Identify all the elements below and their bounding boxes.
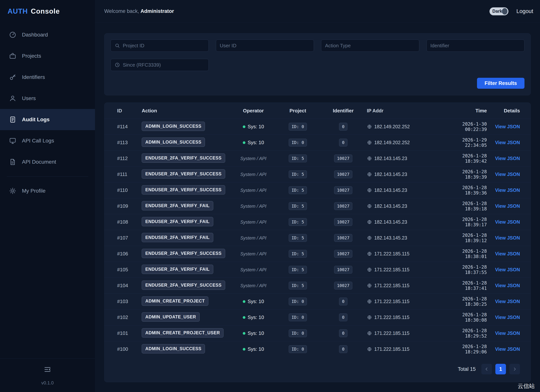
col-header-action: Action — [142, 108, 231, 114]
filter-project-id-input[interactable] — [123, 43, 205, 49]
view-json-link[interactable]: View JSON — [495, 219, 520, 225]
page-content: Filter Results ID Action Operator Projec… — [95, 23, 540, 392]
globe-icon — [367, 315, 372, 320]
view-json-link[interactable]: View JSON — [495, 267, 520, 272]
sidebar-item-api-document[interactable]: API Document — [0, 151, 95, 173]
action-badge: ENDUSER_2FA_VERIFY_SUCCESS — [142, 281, 225, 290]
identifier-cell: 0 — [320, 298, 367, 305]
operator-label: System / API — [240, 251, 266, 257]
globe-icon — [367, 124, 372, 129]
details-cell: View JSON — [487, 235, 520, 241]
action-cell: ENDUSER_2FA_VERIFY_SUCCESS — [142, 249, 231, 259]
project-badge: ID: 5 — [289, 250, 307, 258]
view-json-link[interactable]: View JSON — [495, 283, 520, 288]
filter-results-button[interactable]: Filter Results — [477, 78, 525, 89]
ip-address: 182.143.145.23 — [374, 172, 407, 177]
prev-page-button[interactable] — [481, 364, 492, 374]
time-cell: 2026-1-28 18:37:55 — [443, 264, 487, 275]
view-json-link[interactable]: View JSON — [495, 331, 520, 336]
next-page-button[interactable] — [509, 364, 520, 374]
project-cell: ID: 5 — [276, 282, 320, 289]
action-badge: ADMIN_LOGIN_SUCCESS — [142, 122, 205, 131]
identifier-cell: 10027 — [320, 154, 367, 162]
table-row: #106ENDUSER_2FA_VERIFY_SUCCESSSystem / A… — [105, 246, 530, 262]
identifier-cell: 10027 — [320, 218, 367, 226]
filter-identifier-input[interactable] — [430, 43, 521, 49]
ip-cell: 171.222.185.115 — [367, 267, 443, 273]
logout-button[interactable]: Logout — [516, 8, 533, 14]
view-json-link[interactable]: View JSON — [495, 203, 520, 209]
action-badge: ADMIN_UPDATE_USER — [142, 312, 200, 322]
identifier-badge: 0 — [339, 313, 347, 321]
time-cell: 2026-1-28 18:30:25 — [443, 296, 487, 307]
filter-since-rfc3339-input[interactable] — [123, 62, 205, 68]
identifier-cell: 0 — [320, 329, 367, 337]
identifier-badge: 10027 — [334, 234, 352, 242]
operator-cell: Sys: 10 — [231, 330, 276, 336]
col-header-time: Time — [443, 108, 487, 114]
sidebar-item-identifiers[interactable]: Identifiers — [0, 67, 95, 88]
time-cell: 2026-1-28 18:39:36 — [443, 185, 487, 196]
details-cell: View JSON — [487, 156, 520, 161]
row-id: #108 — [117, 219, 142, 225]
view-json-link[interactable]: View JSON — [495, 251, 520, 256]
action-cell: ENDUSER_2FA_VERIFY_SUCCESS — [142, 185, 231, 195]
details-cell: View JSON — [487, 315, 520, 320]
col-header-operator: Operator — [231, 108, 276, 114]
view-json-link[interactable]: View JSON — [495, 299, 520, 304]
globe-icon — [367, 219, 372, 225]
collapse-sidebar-button[interactable] — [44, 366, 51, 373]
view-json-link[interactable]: View JSON — [495, 140, 520, 145]
filter-user-id-input[interactable] — [220, 43, 310, 49]
operator-cell: Sys: 10 — [231, 298, 276, 304]
status-dot-icon — [243, 348, 245, 351]
project-cell: ID: 5 — [276, 170, 320, 178]
identifier-badge: 10027 — [334, 266, 352, 273]
sidebar-item-api-call-logs[interactable]: API Call Logs — [0, 130, 95, 151]
filter-action-type-input[interactable] — [325, 43, 415, 49]
view-json-link[interactable]: View JSON — [495, 315, 520, 320]
col-header-ip: IP Addr — [367, 108, 443, 114]
table-row: #100ADMIN_LOGIN_SUCCESSSys: 10ID: 00171.… — [105, 341, 530, 357]
view-json-link[interactable]: View JSON — [495, 188, 520, 193]
row-id: #105 — [117, 267, 142, 273]
details-cell: View JSON — [487, 251, 520, 257]
gauge-icon — [9, 31, 16, 38]
row-id: #113 — [117, 140, 142, 145]
theme-toggle[interactable]: Dark — [490, 7, 508, 15]
view-json-link[interactable]: View JSON — [495, 156, 520, 161]
time-cell: 2026-1-28 18:39:12 — [443, 233, 487, 243]
time-cell: 2026-1-28 18:29:52 — [443, 328, 487, 339]
ip-cell: 171.222.185.115 — [367, 315, 443, 320]
view-json-link[interactable]: View JSON — [495, 235, 520, 240]
ip-cell: 182.143.145.23 — [367, 172, 443, 177]
sidebar-item-my-profile[interactable]: My Profile — [0, 180, 95, 202]
operator-label: Sys: 10 — [248, 124, 264, 129]
ip-address: 182.149.202.252 — [374, 140, 410, 145]
sidebar-item-audit-logs[interactable]: Audit Logs — [0, 109, 95, 130]
action-badge: ADMIN_LOGIN_SUCCESS — [142, 344, 205, 353]
action-cell: ENDUSER_2FA_VERIFY_FAIL — [142, 217, 231, 227]
ip-cell: 182.143.145.23 — [367, 235, 443, 241]
globe-icon — [367, 172, 372, 177]
sidebar-item-projects[interactable]: Projects — [0, 45, 95, 67]
action-cell: ENDUSER_2FA_VERIFY_FAIL — [142, 233, 231, 243]
view-json-link[interactable]: View JSON — [495, 124, 520, 129]
view-json-link[interactable]: View JSON — [495, 346, 520, 352]
project-badge: ID: 5 — [289, 266, 307, 273]
page-1-button[interactable]: 1 — [495, 364, 506, 374]
sidebar-item-users[interactable]: Users — [0, 88, 95, 109]
table-row: #104ENDUSER_2FA_VERIFY_SUCCESSSystem / A… — [105, 278, 530, 293]
ip-address: 171.222.185.115 — [374, 299, 410, 304]
ip-address: 182.143.145.23 — [374, 219, 407, 225]
sidebar-item-dashboard[interactable]: Dashboard — [0, 24, 95, 45]
sidebar-item-label: Projects — [22, 53, 41, 59]
briefcase-icon — [9, 52, 16, 60]
ip-address: 182.143.145.23 — [374, 235, 407, 241]
operator-label: System / API — [240, 267, 266, 273]
ip-cell: 182.149.202.252 — [367, 140, 443, 145]
identifier-badge: 10027 — [334, 202, 352, 210]
row-id: #109 — [117, 203, 142, 209]
view-json-link[interactable]: View JSON — [495, 172, 520, 177]
time-cell: 2026-1-28 18:38:01 — [443, 248, 487, 259]
